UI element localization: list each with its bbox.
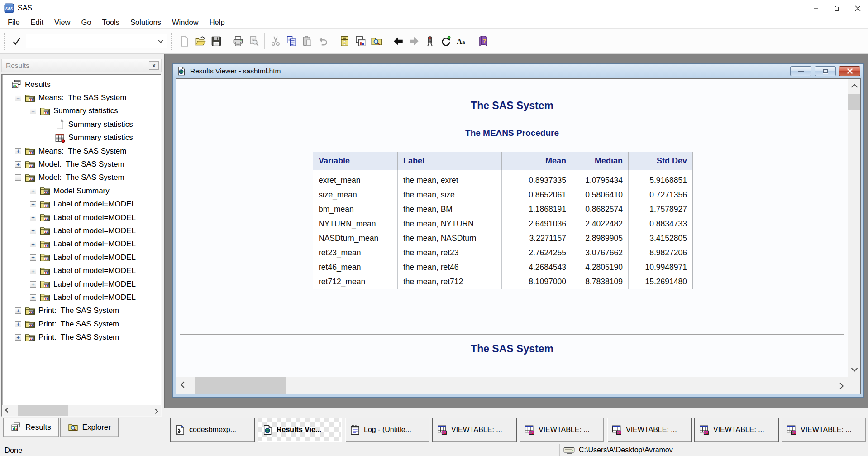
tab-explorer[interactable]: Explorer — [60, 418, 119, 437]
expand-toggle-plus[interactable]: + — [15, 334, 21, 341]
window-button-viewer-page[interactable]: Results Vie... — [258, 418, 342, 442]
help-icon[interactable]: ? — [475, 33, 491, 50]
expand-toggle-plus[interactable]: + — [30, 201, 36, 207]
explorer-icon[interactable] — [368, 33, 384, 50]
expand-toggle-plus[interactable]: + — [30, 254, 36, 261]
tree-item[interactable]: +Label of model=MODEL — [2, 198, 161, 211]
menu-edit[interactable]: Edit — [25, 18, 49, 27]
tree-item[interactable]: −Means: The SAS System — [2, 91, 161, 104]
scrollbar-thumb[interactable] — [848, 94, 860, 110]
break-icon[interactable] — [438, 33, 453, 50]
window-button-viewtable[interactable]: VIEWTABLE: ... — [782, 418, 866, 442]
expand-toggle-plus[interactable]: + — [30, 241, 36, 247]
tree-item[interactable]: +Print: The SAS System — [2, 317, 161, 331]
viewer-horizontal-scrollbar[interactable] — [176, 377, 848, 394]
print-icon[interactable] — [230, 33, 246, 50]
expand-toggle-minus[interactable]: − — [15, 174, 21, 181]
expand-toggle-plus[interactable]: + — [30, 215, 36, 221]
tab-results[interactable]: Results — [3, 418, 59, 437]
scroll-left-button[interactable] — [2, 405, 13, 416]
tree-item[interactable]: +Print: The SAS System — [2, 331, 161, 344]
tree-item[interactable]: +Means: The SAS System — [2, 144, 161, 158]
scroll-down-button[interactable] — [848, 361, 860, 377]
toolbar-grip[interactable] — [171, 33, 173, 50]
close-button[interactable] — [847, 0, 868, 16]
column-header-variable: Variable — [313, 152, 398, 170]
scroll-up-button[interactable] — [848, 79, 860, 94]
tree-item[interactable]: +Label of model=MODEL — [2, 251, 161, 264]
minimize-button[interactable] — [806, 0, 826, 16]
tree-item[interactable]: −Summary statistics — [2, 105, 161, 118]
scroll-left-button[interactable] — [176, 377, 191, 394]
restore-button[interactable] — [826, 0, 847, 16]
menu-go[interactable]: Go — [76, 18, 97, 27]
tree-item[interactable]: +Label of model=MODEL — [2, 211, 161, 224]
scroll-right-button[interactable] — [833, 377, 848, 394]
fonts-icon[interactable]: Aa — [453, 33, 469, 50]
tree-item[interactable]: Summary statistics — [2, 118, 161, 131]
tree-item[interactable]: +Model: The SAS System — [2, 158, 161, 171]
tree-item[interactable]: +Label of model=MODEL — [2, 238, 161, 251]
viewer-maximize-button[interactable] — [815, 66, 836, 76]
interrupt-icon[interactable] — [422, 33, 438, 50]
menu-view[interactable]: View — [49, 18, 76, 27]
tree-item[interactable]: +Label of model=MODEL — [2, 291, 161, 304]
expand-toggle-plus[interactable]: + — [15, 161, 21, 168]
back-icon[interactable] — [390, 33, 406, 50]
scrollbar-track[interactable] — [13, 405, 150, 416]
menu-solutions[interactable]: Solutions — [125, 18, 167, 27]
results-viewer-icon — [177, 67, 186, 76]
tree-item[interactable]: +Print: The SAS System — [2, 304, 161, 317]
window-button-viewtable[interactable]: VIEWTABLE: ... — [607, 418, 692, 442]
tree-item[interactable]: +Model Summary — [2, 184, 161, 197]
window-button-viewtable[interactable]: VIEWTABLE: ... — [694, 418, 779, 442]
scroll-right-button[interactable] — [150, 405, 161, 416]
column-header-mean: Mean — [502, 152, 572, 170]
scrollbar-thumb[interactable] — [18, 405, 68, 416]
toolbar-grip[interactable] — [4, 33, 6, 50]
tree-item[interactable]: +Label of model=MODEL — [2, 264, 161, 277]
new-library-icon[interactable] — [337, 33, 353, 50]
program-window-icon[interactable] — [353, 33, 368, 50]
tree-item[interactable]: +Label of model=MODEL — [2, 224, 161, 237]
results-root-icon — [11, 422, 21, 432]
expand-toggle-plus[interactable]: + — [30, 268, 36, 274]
tree-item[interactable]: Results — [2, 78, 161, 91]
tree-item[interactable]: −Model: The SAS System — [2, 171, 161, 184]
save-icon[interactable] — [208, 33, 224, 50]
tree-item[interactable]: Summary statistics — [2, 131, 161, 144]
menu-window[interactable]: Window — [167, 18, 204, 27]
expand-toggle-minus[interactable]: − — [30, 108, 36, 114]
command-box[interactable] — [26, 34, 167, 48]
means-summary-table: VariableLabelMeanMedianStd Dev exret_mea… — [313, 152, 693, 289]
menu-tools[interactable]: Tools — [97, 18, 125, 27]
open-icon[interactable] — [192, 33, 208, 50]
command-dropdown-button[interactable] — [155, 34, 167, 48]
menu-help[interactable]: Help — [204, 18, 230, 27]
viewer-vertical-scrollbar[interactable] — [848, 79, 860, 377]
window-button-log[interactable]: Log - (Untitle... — [345, 418, 429, 442]
expand-toggle-plus[interactable]: + — [30, 228, 36, 234]
panel-close-button[interactable]: x — [149, 61, 159, 70]
viewer-close-button[interactable] — [839, 66, 860, 76]
window-button-label: VIEWTABLE: ... — [626, 426, 677, 434]
cell-mean: 1.1868191 — [502, 202, 572, 216]
tree-horizontal-scrollbar[interactable] — [2, 405, 161, 416]
expand-toggle-plus[interactable]: + — [30, 294, 36, 301]
window-button-editor[interactable]: *codesbmexp... — [170, 418, 255, 442]
scrollbar-thumb[interactable] — [195, 377, 286, 394]
viewer-minimize-button[interactable] — [790, 66, 811, 76]
tree-item[interactable]: +Label of model=MODEL — [2, 278, 161, 291]
expand-toggle-plus[interactable]: + — [30, 281, 36, 288]
expand-toggle-plus[interactable]: + — [30, 188, 36, 194]
menu-file[interactable]: File — [2, 18, 25, 27]
expand-toggle-plus[interactable]: + — [15, 321, 21, 327]
expand-toggle-plus[interactable]: + — [15, 148, 21, 154]
command-input[interactable] — [26, 34, 155, 48]
viewer-titlebar[interactable]: Results Viewer - sashtml.htm — [173, 64, 863, 78]
window-button-viewtable[interactable]: VIEWTABLE: ... — [432, 418, 517, 442]
expand-toggle-plus[interactable]: + — [15, 307, 21, 314]
copy-icon[interactable] — [283, 33, 299, 50]
expand-toggle-minus[interactable]: − — [15, 95, 21, 101]
window-button-viewtable[interactable]: VIEWTABLE: ... — [520, 418, 604, 442]
